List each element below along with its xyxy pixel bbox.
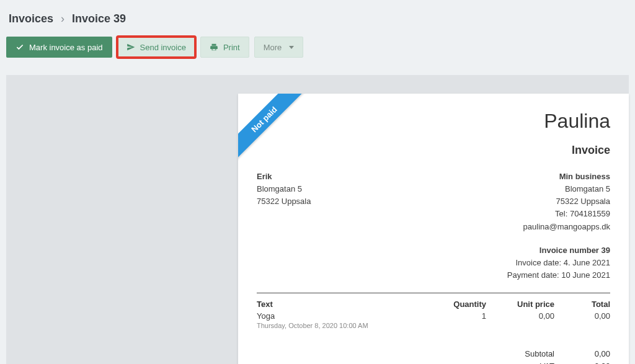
send-icon [127,43,135,51]
breadcrumb-root[interactable]: Invoices [9,12,53,25]
print-button[interactable]: Print [200,37,249,58]
vat-value: 0,00 [554,360,610,364]
business-tel: Tel: 704181559 [523,208,610,220]
send-invoice-label: Send invoice [140,43,186,52]
line-total: 0,00 [554,311,610,329]
more-label: More [264,43,282,52]
brand-name: Paulina [257,110,610,133]
customer-city: 75322 Uppsala [257,195,311,208]
status-badge: Not paid [238,94,305,161]
customer-street: Blomgatan 5 [257,183,311,195]
col-qty: Quantity [430,300,486,309]
divider [257,293,610,293]
customer-address: Erik Blomgatan 5 75322 Uppsala [257,171,311,233]
invoice-date: Invoice date: 4. June 2021 [257,257,610,269]
invoice-number: Invoice number 39 [257,244,610,257]
send-invoice-button[interactable]: Send invoice [117,37,195,58]
more-button[interactable]: More [254,37,304,58]
line-unit-price: 0,00 [486,311,554,329]
business-email: paulina@mangoapps.dk [523,221,610,233]
print-icon [210,43,218,51]
chevron-right-icon: › [61,12,64,25]
status-ribbon: Not paid [238,94,306,162]
payment-date: Payment date: 10 June 2021 [257,269,610,282]
invoice-card: Not paid Paulina Invoice Erik Blomgatan … [238,94,629,364]
table-header: Text Quantity Unit price Total [257,300,610,311]
vat-label: VAT [480,360,554,364]
line-date: Thursday, October 8, 2020 10:00 AM [257,322,430,329]
breadcrumb: Invoices › Invoice 39 [6,12,629,25]
mark-paid-button[interactable]: Mark invoice as paid [6,37,112,58]
line-items-table: Text Quantity Unit price Total Yoga Thur… [257,300,610,329]
line-qty: 1 [430,311,486,329]
col-unit-price: Unit price [486,300,554,309]
col-text: Text [257,300,430,309]
invoice-meta: Invoice number 39 Invoice date: 4. June … [257,244,610,282]
breadcrumb-current: Invoice 39 [72,12,126,25]
mark-paid-label: Mark invoice as paid [29,43,103,52]
table-row: Yoga Thursday, October 8, 2020 10:00 AM … [257,311,610,329]
chevron-down-icon [289,46,294,49]
col-total: Total [554,300,610,309]
totals: Subtotal 0,00 VAT 0,00 Total SEK 0,00 [257,348,610,364]
subtotal-value: 0,00 [554,348,610,360]
line-text: Yoga [257,311,430,321]
toolbar: Mark invoice as paid Send invoice Print … [6,37,629,58]
subtotal-label: Subtotal [480,348,554,360]
business-name: Min business [523,171,610,183]
business-street: Blomgatan 5 [523,183,610,195]
check-icon [16,43,24,51]
customer-name: Erik [257,171,311,183]
business-city: 75322 Uppsala [523,195,610,208]
business-address: Min business Blomgatan 5 75322 Uppsala T… [523,171,610,233]
document-label: Invoice [257,144,610,157]
content-area: Not paid Paulina Invoice Erik Blomgatan … [6,75,629,364]
print-label: Print [223,43,240,52]
